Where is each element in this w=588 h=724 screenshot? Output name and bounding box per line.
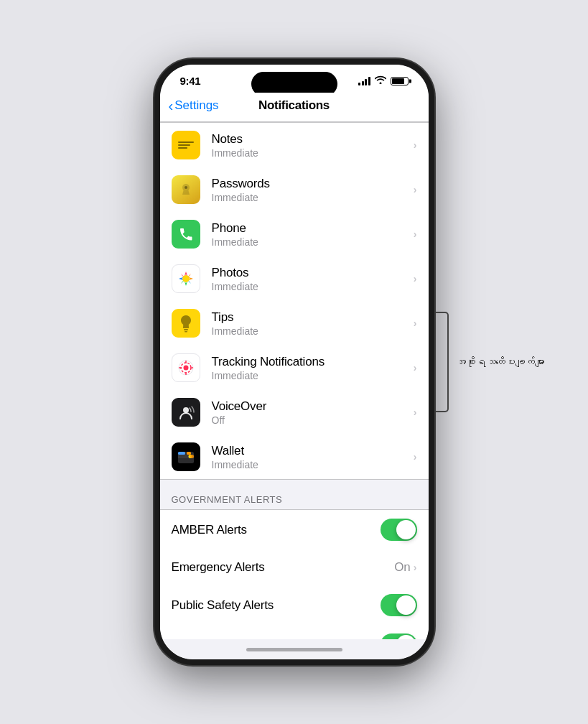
app-name: Wallet (212, 444, 408, 458)
item-text: Tips Immediate (212, 310, 408, 337)
back-button[interactable]: ‹ Settings (169, 98, 219, 113)
signal-icon (358, 77, 370, 85)
status-icons (358, 75, 409, 86)
app-subtitle: Immediate (212, 192, 408, 203)
list-item[interactable]: Wallet Immediate › (160, 435, 429, 479)
list-item[interactable]: Tracking Notifications Immediate › (160, 345, 429, 390)
alert-item[interactable]: AMBER Alerts (160, 510, 429, 549)
amber-alerts-toggle[interactable] (381, 519, 417, 541)
phone-frame: 9:41 ‹ (154, 59, 434, 665)
photos-app-icon (172, 264, 200, 293)
chevron-right-icon: › (414, 184, 417, 195)
svg-rect-16 (178, 452, 185, 455)
app-subtitle: Immediate (212, 236, 408, 248)
toggle-knob (396, 635, 416, 639)
item-text: Photos Immediate (212, 266, 408, 292)
list-item[interactable]: Notes Immediate › (160, 123, 429, 167)
list-item[interactable]: Tips Immediate › (160, 301, 429, 345)
svg-point-0 (185, 186, 187, 189)
alert-item[interactable]: Public Safety Alerts (160, 585, 429, 625)
emergency-row: On › (394, 560, 416, 575)
app-subtitle: Immediate (212, 281, 408, 292)
home-indicator (160, 639, 429, 659)
app-name: Passwords (212, 177, 408, 191)
alert-label: AMBER Alerts (172, 523, 247, 537)
chevron-right-icon: › (414, 407, 417, 418)
home-bar (246, 648, 342, 651)
alert-item[interactable]: Test Alerts (160, 625, 429, 639)
app-name: Tips (212, 310, 408, 325)
emergency-value: On (394, 560, 411, 575)
annotation-text: အစိုးရသတိပေးချက်များ (456, 356, 545, 368)
item-text: Wallet Immediate (212, 444, 408, 470)
alert-label: Test Alerts (172, 638, 226, 640)
chevron-right-icon: › (414, 317, 417, 329)
battery-icon (391, 77, 409, 85)
app-subtitle: Immediate (212, 370, 408, 381)
item-text: Tracking Notifications Immediate (212, 355, 408, 381)
list-item[interactable]: Photos Immediate › (160, 256, 429, 301)
app-name: VoiceOver (212, 399, 408, 414)
chevron-right-icon: › (414, 451, 417, 463)
list-item[interactable]: Passwords Immediate › (160, 167, 429, 212)
section-header: GOVERNMENT ALERTS (160, 480, 429, 509)
app-subtitle: Immediate (212, 147, 408, 159)
list-item[interactable]: Phone Immediate › (160, 212, 429, 256)
toggle-knob (396, 520, 416, 539)
chevron-right-icon: › (414, 139, 417, 151)
app-name: Notes (212, 132, 408, 147)
passwords-app-icon (172, 175, 200, 204)
wallet-app-icon (172, 442, 200, 471)
svg-point-6 (183, 366, 188, 371)
app-list: Notes Immediate › Passwords (160, 122, 429, 480)
tips-app-icon (172, 309, 200, 338)
nav-title: Notifications (258, 98, 330, 113)
item-text: VoiceOver Off (212, 399, 408, 426)
status-bar: 9:41 (160, 65, 429, 93)
nav-header: ‹ Settings Notifications (160, 93, 429, 122)
svg-rect-17 (187, 452, 191, 455)
test-alerts-toggle[interactable] (381, 634, 417, 639)
back-label: Settings (174, 98, 218, 113)
public-safety-toggle[interactable] (381, 594, 417, 616)
notes-app-icon (172, 131, 200, 159)
list-item[interactable]: VoiceOver Off › (160, 390, 429, 435)
toggle-knob (396, 595, 416, 615)
voiceover-app-icon (172, 398, 200, 427)
scroll-content[interactable]: Notes Immediate › Passwords (160, 122, 429, 639)
app-subtitle: Off (212, 414, 408, 426)
tracking-app-icon (172, 353, 200, 382)
back-chevron-icon: ‹ (169, 98, 174, 113)
alerts-section: AMBER Alerts Emergency Alerts On › Publi… (160, 509, 429, 639)
screen: 9:41 ‹ (160, 65, 429, 659)
app-subtitle: Immediate (212, 459, 408, 470)
chevron-right-icon: › (414, 228, 417, 240)
phone-app-icon (172, 220, 200, 249)
item-text: Notes Immediate (212, 132, 408, 159)
item-text: Phone Immediate (212, 221, 408, 248)
chevron-right-icon: › (414, 273, 417, 284)
chevron-right-icon: › (414, 362, 417, 373)
alert-label: Emergency Alerts (172, 560, 265, 575)
emergency-chevron-icon: › (414, 562, 417, 573)
notes-lines (178, 141, 194, 149)
item-text: Passwords Immediate (212, 177, 408, 203)
alert-label: Public Safety Alerts (172, 598, 274, 613)
app-name: Photos (212, 266, 408, 280)
alert-item[interactable]: Emergency Alerts On › (160, 549, 429, 585)
svg-point-11 (183, 407, 189, 413)
app-subtitle: Immediate (212, 325, 408, 337)
app-name: Phone (212, 221, 408, 236)
status-time: 9:41 (180, 75, 201, 87)
bracket (436, 312, 449, 412)
svg-rect-2 (184, 329, 188, 330)
svg-point-15 (190, 455, 194, 458)
svg-rect-3 (185, 331, 187, 333)
wifi-icon (375, 75, 386, 86)
annotation-container: အစိုးရသတိပေးချက်များ (436, 312, 545, 412)
app-name: Tracking Notifications (212, 355, 408, 369)
